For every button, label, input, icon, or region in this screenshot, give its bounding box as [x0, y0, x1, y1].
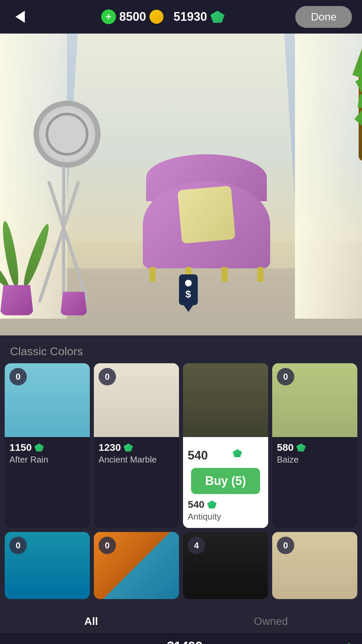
- color-card-baize[interactable]: 0 580 Baize: [272, 363, 357, 528]
- swatch-baize: 0: [272, 363, 357, 437]
- plant-tall: [0, 220, 34, 315]
- price-tag-symbol: $: [185, 288, 191, 300]
- color-card-ancient-marble[interactable]: 0 1230 Ancient Marble: [94, 363, 179, 528]
- footer: $1492: [0, 633, 362, 644]
- lamp-leg-3: [38, 180, 80, 303]
- card-gem-icon-baize: [296, 443, 306, 451]
- card-name-baize: Baize: [277, 454, 353, 465]
- lamp: [34, 101, 101, 309]
- badge-count-after-rain: 0: [9, 368, 27, 385]
- badge-count-b2: 0: [99, 537, 116, 554]
- scene-container: $: [0, 34, 362, 335]
- gem-currency-group: 51930: [174, 10, 225, 24]
- chair-body: [143, 181, 270, 268]
- gem-value: 51930: [174, 10, 207, 24]
- lamp-leg-1: [62, 168, 65, 309]
- popup-price-row: 540: [188, 442, 263, 466]
- tab-owned-label: Owned: [254, 615, 288, 627]
- card-name-ancient-marble: Ancient Marble: [99, 454, 174, 465]
- section-title: Classic Colors: [0, 335, 362, 363]
- color-card-b2[interactable]: 0: [94, 532, 179, 599]
- buy-button-label: Buy (5): [205, 474, 246, 488]
- plant-pot-tall: [0, 285, 34, 315]
- back-arrow-icon: [15, 11, 25, 23]
- card-price-section-antiquity: 540 Buy (5) 540 Antiquity: [183, 437, 268, 528]
- chair-leg-1: [149, 267, 156, 282]
- badge-count-b1: 0: [9, 537, 27, 554]
- swatch-after-rain: 0: [5, 363, 90, 437]
- card-price-section-baize: 580 Baize: [272, 437, 357, 471]
- done-button-label: Done: [311, 11, 337, 23]
- swatch-antiquity: [183, 363, 268, 437]
- card-price-antiquity: 540: [188, 499, 204, 510]
- tab-owned[interactable]: Owned: [184, 610, 357, 633]
- card-gem-icon-antiquity: [207, 500, 217, 508]
- bottom-panel: Classic Colors 0 1150 After Rain 0 123: [0, 335, 362, 644]
- card-name-antiquity: Antiquity: [188, 512, 263, 522]
- tab-all[interactable]: All: [5, 610, 178, 633]
- card-gem-icon-ancient-marble: [124, 443, 133, 451]
- badge-count-baize: 0: [277, 368, 294, 385]
- card-price-row-baize: 580: [277, 442, 353, 453]
- bottom-row-grid: 0 0 4 0: [0, 532, 362, 599]
- done-button[interactable]: Done: [295, 6, 352, 28]
- tab-bar: All Owned: [0, 604, 362, 633]
- plant-leaves-tall: [0, 220, 34, 288]
- card-price-ancient-marble: 1230: [99, 442, 121, 453]
- badge-count-ancient-marble: 0: [99, 368, 116, 385]
- card-price-section-after-rain: 1150 After Rain: [5, 437, 90, 471]
- plant-palm: [339, 60, 362, 161]
- card-price-row-after-rain: 1150: [9, 442, 85, 453]
- color-card-b4[interactable]: 0: [272, 532, 357, 599]
- lamp-leg-2: [47, 180, 89, 303]
- color-card-antiquity[interactable]: 540 Buy (5) 540 Antiquity: [183, 363, 268, 528]
- swatch-ancient-marble: 0: [94, 363, 179, 437]
- color-card-b1[interactable]: 0: [5, 532, 90, 599]
- lamp-tripod: [34, 161, 94, 309]
- chair-leg-3: [222, 267, 228, 282]
- card-price-after-rain: 1150: [9, 442, 32, 453]
- card-price-row-antiquity: 540: [188, 499, 263, 510]
- color-card-after-rain[interactable]: 0 1150 After Rain: [5, 363, 90, 528]
- footer-price: $1492: [167, 639, 202, 644]
- card-gem-icon-after-rain: [35, 443, 44, 451]
- add-coins-button[interactable]: +: [101, 9, 116, 24]
- price-tag-notch: [185, 280, 192, 286]
- badge-count-b3: 4: [188, 537, 205, 554]
- color-card-b3[interactable]: 4: [183, 532, 268, 599]
- card-price-section-ancient-marble: 1230 Ancient Marble: [94, 437, 179, 471]
- chair[interactable]: [143, 181, 270, 302]
- chair-cushion: [177, 185, 235, 244]
- gem-icon: [210, 11, 225, 23]
- popup-price-value: 540: [188, 445, 208, 464]
- badge-count-b4: 0: [277, 537, 294, 554]
- color-grid: 0 1150 After Rain 0 1230 Ancient Marble: [0, 363, 362, 528]
- popup-gem-icon: [233, 449, 242, 457]
- card-price-baize: 580: [277, 442, 294, 453]
- chair-legs: [149, 267, 263, 282]
- coin-icon: [149, 10, 164, 24]
- header-currencies: + 8500 51930: [101, 9, 225, 24]
- tab-all-label: All: [84, 615, 98, 627]
- plant-pot-small: [60, 292, 87, 315]
- price-tag[interactable]: $: [179, 274, 198, 305]
- lamp-inner: [46, 113, 88, 156]
- card-price-row-ancient-marble: 1230: [99, 442, 174, 453]
- lamp-head: [34, 101, 101, 168]
- card-name-after-rain: After Rain: [9, 454, 85, 465]
- coin-value: 8500: [119, 10, 146, 24]
- plant-small: [60, 292, 87, 315]
- buy-button[interactable]: Buy (5): [191, 468, 260, 494]
- coin-currency-group: + 8500: [101, 9, 164, 24]
- chair-leg-4: [257, 267, 263, 282]
- back-button[interactable]: [10, 7, 30, 27]
- header: + 8500 51930 Done: [0, 0, 362, 34]
